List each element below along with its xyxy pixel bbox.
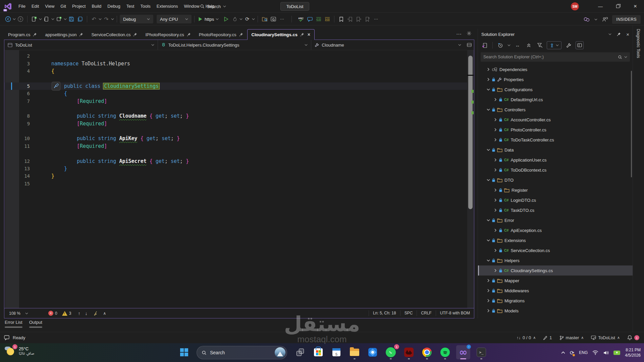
pending-edits-status[interactable]: 1 [543,335,552,340]
pin-icon[interactable] [133,33,137,37]
chevron-down-icon[interactable] [507,44,511,46]
pin-icon[interactable] [239,33,243,37]
toolbar-overflow-button[interactable]: ⋯ [372,15,380,23]
spotify-icon[interactable] [438,345,452,359]
tree-item[interactable]: Data [478,145,633,155]
git-branch-status[interactable]: master ∧ [559,335,584,340]
menu-item[interactable]: Test [123,0,138,13]
document-tab[interactable]: PhotoRepository.cs [195,29,247,40]
code-line[interactable]: 5 public class CloudinarySettings [4,82,467,90]
document-tab[interactable]: appsettings.json [41,29,87,40]
titlebar-search[interactable]: Search [200,0,226,13]
document-tab[interactable]: Program.cs [4,29,41,40]
live-share-icon[interactable] [601,15,609,24]
restore-button[interactable] [609,0,627,13]
code-line[interactable]: 3 namespace ToDoList.Helpers [4,60,467,67]
next-issue-arrow-icon[interactable]: ↓ [85,311,87,316]
chevron-icon[interactable] [494,198,497,202]
preview-selected-items-icon[interactable] [576,41,584,49]
tree-item[interactable]: C# AccountController.cs [478,115,633,125]
volume-icon[interactable] [603,351,609,355]
chevron-icon[interactable] [487,299,490,302]
properties-icon[interactable] [565,41,573,49]
pin-icon[interactable] [187,33,191,37]
microsoft-store-icon[interactable] [311,345,325,359]
navigate-forward-button[interactable] [16,15,24,23]
chevron-icon[interactable] [487,78,490,81]
configuration-dropdown[interactable]: Debug [120,15,153,23]
code-line[interactable] [4,75,467,82]
chevron-down-icon[interactable] [39,18,42,20]
menu-item[interactable]: View [42,0,57,13]
terminal-icon[interactable]: >_ [474,345,488,359]
history-filter-icon[interactable] [496,41,504,49]
menu-item[interactable]: Extensions [154,0,181,13]
menu-item[interactable]: Debug [104,0,123,13]
warning-count[interactable]: 3 [69,311,71,316]
solution-name-box[interactable]: ToDoList [280,2,309,11]
new-project-button[interactable] [30,15,38,23]
chevron-icon[interactable] [494,158,497,162]
toggle-bookmark-icon[interactable] [337,15,345,23]
code-line[interactable] [4,105,467,112]
save-button[interactable] [67,15,75,23]
chevron-down-icon[interactable] [608,33,611,35]
breadcrumb-project[interactable]: ToDoList [4,40,158,50]
tree-item[interactable]: Migrations [478,296,633,306]
code-line[interactable]: 12 public string ApiSecret { get; set; } [4,157,467,165]
whatsapp-icon[interactable]: 1 [384,345,398,359]
chevron-icon[interactable] [494,269,497,272]
repository-status[interactable]: ToDoList ∧ [591,335,620,340]
menu-item[interactable]: File [15,0,29,13]
pin-icon[interactable] [617,32,621,36]
chevron-icon[interactable] [487,309,490,312]
tree-item[interactable]: C# CloudinarySettings.cs [478,265,633,276]
git-sync-status[interactable]: ↑↓ 0 / 0 ∧ [517,335,536,340]
code-line[interactable]: 8 public string Cloudname { get; set; } [4,112,467,120]
sync-tray-icon[interactable]: ⟳ [570,350,574,356]
diagnostic-tools-tab[interactable]: Diagnostic Tools [636,29,641,58]
code-line[interactable]: 10 public string ApiKey { get; set; } [4,135,467,142]
tree-item[interactable]: C# ToDoDBcontext.cs [478,165,633,175]
scrollbar-thumb[interactable] [468,56,473,209]
code-line[interactable]: 13 } [4,165,467,172]
code-line[interactable]: 7 [Required] [4,97,467,105]
tree-item[interactable]: Dependencies [478,64,633,74]
menu-item[interactable]: Tools [137,0,153,13]
chevron-icon[interactable] [487,88,490,91]
code-line[interactable]: 14 } [4,172,467,180]
split-editor-icon[interactable] [465,40,474,50]
file-explorer-icon[interactable] [347,345,362,359]
pin-icon[interactable] [300,33,304,37]
chevron-icon[interactable] [487,178,490,182]
code-area[interactable]: 2 3 namespace ToDoList.Helpers [4,50,474,308]
tree-item[interactable]: Configurations [478,84,633,95]
save-all-button[interactable] [76,15,84,23]
previous-bookmark-icon[interactable] [346,15,354,23]
encoding[interactable]: UTF-8 with BOM [436,310,474,316]
line-ending-mode[interactable]: CRLF [417,310,435,316]
chevron-down-icon[interactable] [216,18,219,20]
filter-icon[interactable] [536,41,544,49]
chevron-down-icon[interactable] [252,18,255,20]
chevron-icon[interactable] [494,118,497,121]
chevron-down-icon[interactable] [64,18,67,20]
tab-overflow-button[interactable]: ⋯ [456,31,462,37]
error-count[interactable]: 0 [55,311,57,316]
menu-item[interactable]: Project [69,0,89,13]
quick-actions-icon[interactable] [52,82,60,90]
expand-strip-icon[interactable]: ∧ [103,311,106,316]
scope-dropdown[interactable] [547,41,561,49]
restart-button[interactable]: ⟳ [243,15,251,23]
chevron-icon[interactable] [494,229,497,232]
taskbar-clock[interactable]: 8:21 PM 4/5/2026 [625,347,641,358]
wifi-icon[interactable] [592,350,598,355]
hidden-icons-chevron[interactable] [561,351,565,354]
tree-item[interactable]: Extensions [478,235,633,245]
navigate-back-button[interactable] [4,15,12,23]
chevron-icon[interactable] [494,249,497,252]
find-in-files-icon[interactable] [261,15,269,23]
chevron-icon[interactable] [487,219,490,222]
chevron-icon[interactable] [487,108,490,111]
chrome-icon[interactable] [420,345,434,359]
